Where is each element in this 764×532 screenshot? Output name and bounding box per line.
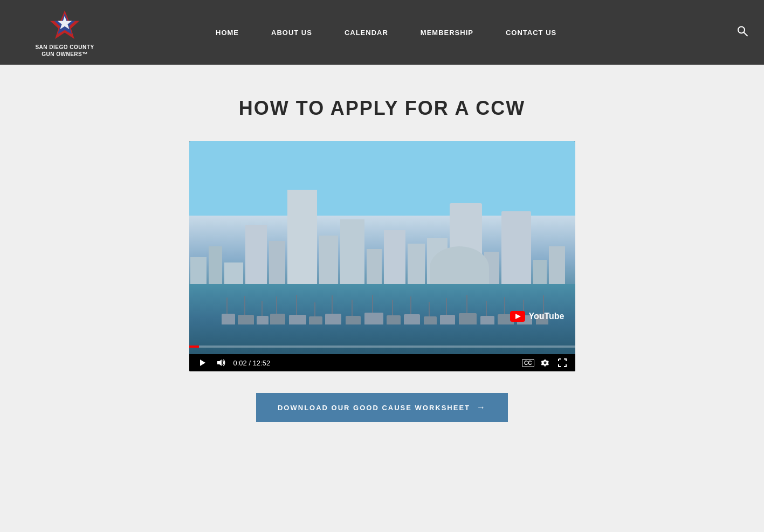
- play-button[interactable]: [196, 358, 209, 367]
- marina: [216, 295, 548, 324]
- video-controls-bar: 0:02 / 12:52 CC: [189, 354, 575, 371]
- fullscreen-button[interactable]: [556, 358, 569, 367]
- logo-area[interactable]: SAN DIEGO COUNTY GUN OWNERS™: [16, 8, 113, 58]
- video-player[interactable]: YouTube 0:0: [189, 141, 575, 371]
- video-thumbnail: YouTube: [189, 141, 575, 354]
- youtube-icon: [510, 311, 525, 322]
- dome-building: [430, 246, 489, 289]
- settings-button[interactable]: [539, 358, 552, 367]
- svg-point-3: [738, 27, 745, 33]
- cc-button[interactable]: CC: [522, 359, 534, 367]
- video-right-controls: CC: [522, 358, 568, 367]
- main-nav: HOME ABOUT US CALENDAR MEMBERSHIP CONTAC…: [199, 29, 748, 37]
- main-content: HOW TO APPLY FOR A CCW: [0, 65, 764, 532]
- site-logo-icon: [46, 8, 84, 43]
- mute-button[interactable]: [214, 358, 228, 367]
- arrow-right-icon: →: [477, 403, 486, 412]
- svg-marker-5: [200, 360, 205, 366]
- download-worksheet-button[interactable]: DOWNLOAD OUR GOOD CAUSE WORKSHEET →: [256, 393, 508, 422]
- svg-line-4: [744, 33, 747, 36]
- youtube-text: YouTube: [528, 312, 564, 321]
- logo-text: SAN DIEGO COUNTY GUN OWNERS™: [35, 44, 94, 58]
- youtube-watermark: YouTube: [510, 311, 564, 322]
- nav-home[interactable]: HOME: [199, 29, 255, 37]
- nav-membership[interactable]: MEMBERSHIP: [404, 29, 490, 37]
- svg-point-8: [543, 362, 546, 364]
- nav-calendar[interactable]: CALENDAR: [328, 29, 404, 37]
- download-button-label: DOWNLOAD OUR GOOD CAUSE WORKSHEET: [278, 404, 470, 412]
- search-icon[interactable]: [737, 26, 748, 39]
- page-title: HOW TO APPLY FOR A CCW: [239, 97, 525, 120]
- video-progress-bar[interactable]: [189, 346, 575, 348]
- svg-marker-6: [217, 360, 222, 366]
- nav-about[interactable]: ABOUT US: [255, 29, 328, 37]
- site-header: SAN DIEGO COUNTY GUN OWNERS™ HOME ABOUT …: [0, 0, 764, 65]
- nav-contact[interactable]: CONTACT US: [490, 29, 573, 37]
- skyline-buildings: [189, 171, 575, 289]
- video-time: 0:02 / 12:52: [233, 359, 271, 367]
- video-progress-fill: [189, 346, 199, 348]
